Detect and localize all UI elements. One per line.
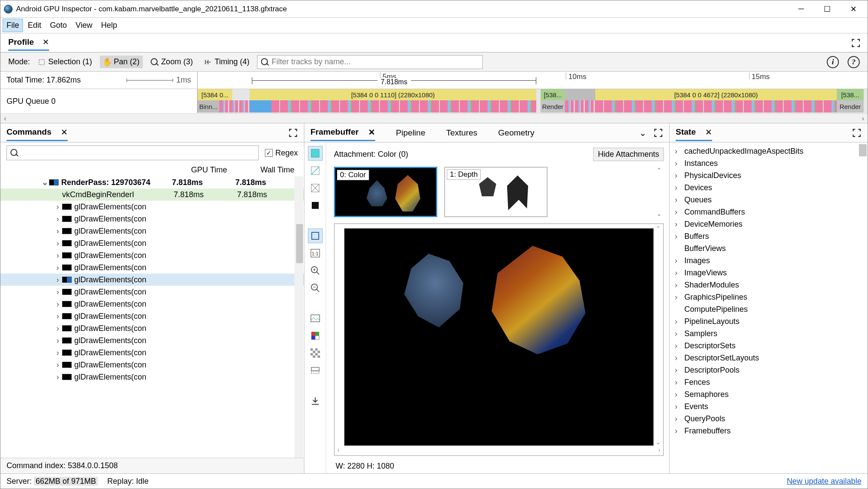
menu-help[interactable]: Help (98, 19, 121, 32)
tool-fit-icon[interactable] (308, 228, 323, 243)
command-row[interactable]: ›glDrawElements(con (0, 213, 304, 225)
state-row[interactable]: BufferViews (670, 242, 868, 254)
tab-framebuffer[interactable]: Framebuffer ✕ (310, 125, 375, 141)
state-row[interactable]: ›Samplers (670, 327, 868, 340)
tab-pipeline[interactable]: Pipeline (396, 126, 426, 140)
info-icon[interactable]: i (827, 56, 839, 68)
state-row[interactable]: ›Instances (670, 157, 868, 169)
block-0[interactable]: [5384 0... (198, 89, 232, 100)
state-row[interactable]: ›DeviceMemories (670, 218, 868, 230)
framebuffer-close-icon[interactable]: ✕ (368, 127, 375, 137)
state-fullscreen-icon[interactable] (852, 128, 861, 138)
preview-vscroll[interactable]: ⌃⌄ (654, 225, 662, 446)
preview-hscroll[interactable]: ‹› (335, 446, 663, 455)
tool-cross-icon[interactable] (308, 181, 323, 195)
thumb-depth[interactable]: 1: Depth (444, 167, 548, 217)
tool-rgb-icon[interactable] (308, 328, 323, 343)
command-row[interactable]: ›glDrawElements(con (0, 334, 304, 347)
mode-selection[interactable]: Selection (1) (34, 56, 96, 68)
command-row[interactable]: ›glDrawElements(con (0, 286, 304, 298)
state-tab[interactable]: State ✕ (676, 125, 712, 141)
tool-color-cyan-icon[interactable] (308, 146, 323, 161)
command-row[interactable]: ›glDrawElements(con (0, 261, 304, 274)
command-row[interactable]: ›glDrawElements(con (0, 225, 304, 237)
chevron-down-icon[interactable]: ⌄ (639, 128, 647, 138)
state-row[interactable]: ›ImageViews (670, 267, 868, 279)
tool-zoom-in-icon[interactable] (308, 263, 323, 278)
window-close[interactable]: ✕ (841, 1, 866, 17)
commands-fullscreen-icon[interactable] (288, 128, 298, 138)
hide-attachments-button[interactable]: Hide Attachments (593, 148, 664, 161)
state-row[interactable]: ›QueryPools (670, 413, 868, 425)
tab-geometry[interactable]: Geometry (498, 126, 534, 140)
thumb-color[interactable]: 0: Color (334, 167, 437, 217)
command-row[interactable]: ⌄RenderPass: 1297036747.818ms7.818ms (0, 176, 304, 188)
commands-tab[interactable]: Commands ✕ (7, 125, 68, 141)
state-row[interactable]: ›DescriptorSets (670, 340, 868, 352)
state-row[interactable]: ›Devices (670, 182, 868, 194)
state-row[interactable]: ›Queues (670, 194, 868, 206)
state-vscroll[interactable] (859, 144, 867, 156)
window-minimize[interactable]: ─ (789, 1, 814, 17)
timeline-hscroll[interactable]: ‹› (0, 113, 868, 123)
state-row[interactable]: ›GraphicsPipelines (670, 291, 868, 303)
command-row[interactable]: ›glDrawElements(con (0, 237, 304, 249)
command-row[interactable]: ›glDrawElements(con (0, 359, 304, 371)
state-row[interactable]: ›Images (670, 254, 868, 267)
fullscreen-icon[interactable] (851, 38, 861, 48)
timeline-ruler[interactable]: 5ms 10ms 15ms 7.818ms (198, 72, 868, 89)
framebuffer-fullscreen-icon[interactable] (653, 128, 663, 138)
commands-tree[interactable]: ⌄RenderPass: 1297036747.818ms7.818msvkCm… (0, 176, 304, 458)
tool-crop-icon[interactable] (308, 363, 323, 378)
menu-edit[interactable]: Edit (24, 19, 45, 32)
command-row[interactable]: ›glDrawElements(con (0, 201, 304, 213)
block-4[interactable]: [538... (837, 89, 864, 100)
command-row[interactable]: ›glDrawElements(con (0, 274, 304, 286)
menu-goto[interactable]: Goto (46, 19, 70, 32)
commands-search-input[interactable] (7, 145, 259, 160)
new-update-link[interactable]: New update available (787, 477, 861, 486)
tool-1to1-icon[interactable]: 1:1 (308, 246, 323, 261)
state-close-icon[interactable]: ✕ (705, 127, 712, 137)
menu-view[interactable]: View (72, 19, 96, 32)
command-row[interactable]: ›glDrawElements(con (0, 298, 304, 310)
regex-checkbox[interactable]: ✓ Regex (265, 149, 298, 158)
state-row[interactable]: ›ShaderModules (670, 279, 868, 291)
gpu-track[interactable]: [5384 0... Binn... [5384 0 0 1110] (2280… (198, 89, 868, 113)
state-row[interactable]: ›cachedUnpackedImageAspectBits (670, 145, 868, 157)
menu-file[interactable]: File (3, 19, 23, 32)
state-row[interactable]: ›CommandBuffers (670, 206, 868, 218)
mode-pan[interactable]: ✋ Pan (2) (100, 56, 143, 68)
tab-profile-close-icon[interactable]: ✕ (43, 37, 49, 47)
tool-download-icon[interactable] (308, 393, 323, 408)
tool-image-icon[interactable] (308, 311, 323, 326)
mode-zoom[interactable]: Zoom (3) (147, 56, 196, 68)
state-tree[interactable]: ›cachedUnpackedImageAspectBits›Instances… (670, 142, 868, 473)
framebuffer-preview[interactable]: ‹› ⌃⌄ (334, 223, 664, 456)
command-row[interactable]: ›glDrawElements(con (0, 310, 304, 322)
state-row[interactable]: ›PhysicalDevices (670, 169, 868, 182)
command-row[interactable]: ›glDrawElements(con (0, 347, 304, 359)
thumbs-vscroll[interactable]: ⌃⌄ (654, 167, 664, 217)
block-2[interactable]: [538... (541, 89, 565, 100)
filter-tracks-input[interactable]: Filter tracks by name... (257, 55, 483, 69)
state-row[interactable]: ›DescriptorSetLayouts (670, 352, 868, 364)
state-row[interactable]: ›Buffers (670, 230, 868, 242)
mode-timing[interactable]: Timing (4) (201, 56, 253, 68)
tool-diagonal-icon[interactable] (308, 163, 323, 178)
state-row[interactable]: ›DescriptorPools (670, 364, 868, 376)
tool-checker-icon[interactable] (308, 346, 323, 360)
state-row[interactable]: ›Events (670, 400, 868, 413)
tool-black-square-icon[interactable] (308, 198, 323, 213)
block-3[interactable]: [5384 0 0 4672] (2280x1080) (595, 89, 837, 100)
help-icon[interactable]: ? (848, 56, 860, 68)
state-row[interactable]: ›PipelineLayouts (670, 315, 868, 327)
tool-zoom-out-icon[interactable] (308, 281, 323, 295)
commands-vscroll[interactable] (294, 176, 303, 458)
command-row[interactable]: ›glDrawElements(con (0, 249, 304, 261)
command-row[interactable]: ›glDrawElements(con (0, 371, 304, 383)
tab-textures[interactable]: Textures (446, 126, 477, 140)
command-row[interactable]: vkCmdBeginRenderI7.818ms7.818ms (0, 188, 304, 201)
commands-close-icon[interactable]: ✕ (61, 127, 68, 137)
command-row[interactable]: ›glDrawElements(con (0, 322, 304, 334)
